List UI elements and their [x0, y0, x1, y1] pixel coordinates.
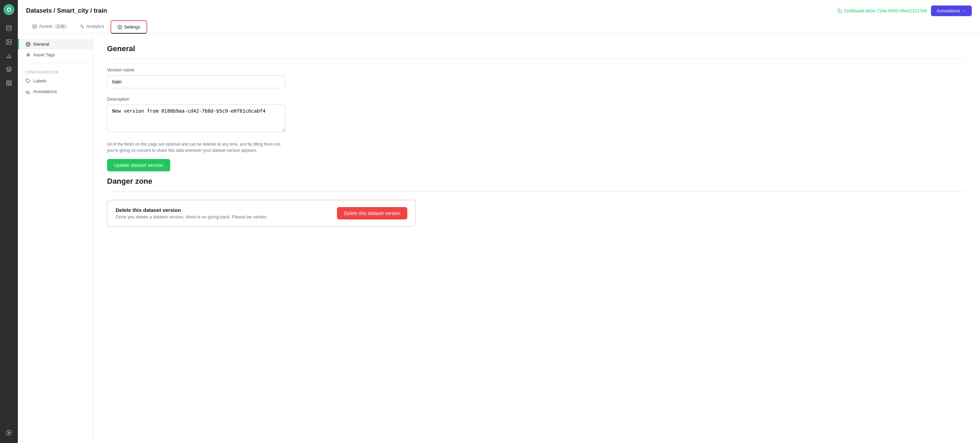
logo-icon	[6, 6, 12, 13]
sub-sidebar-item-labels[interactable]: Labels	[18, 76, 93, 86]
assets-icon	[32, 24, 37, 29]
chart-bar-icon	[6, 53, 12, 59]
description-label: Description	[107, 97, 966, 102]
svg-rect-16	[839, 10, 842, 13]
svg-line-24	[29, 53, 29, 57]
general-divider	[107, 59, 966, 59]
sidebar-item-layers[interactable]	[3, 63, 15, 76]
annotation-icon	[26, 89, 30, 94]
form-hint: All of the fields on this page are optio…	[107, 141, 285, 153]
tab-assets[interactable]: Assets 2.7K	[26, 20, 73, 33]
sidebar-item-datasets[interactable]	[3, 22, 15, 34]
svg-marker-9	[6, 67, 12, 70]
svg-rect-13	[10, 84, 11, 86]
danger-card: Delete this dataset version Once you del…	[107, 200, 416, 227]
delete-dataset-version-button[interactable]: Delete this dataset version	[337, 207, 407, 220]
sub-sidebar-item-annotations[interactable]: Annotations	[18, 86, 93, 97]
grid-icon	[6, 80, 12, 86]
danger-card-title: Delete this dataset version	[116, 207, 268, 213]
danger-card-text: Delete this dataset version Once you del…	[116, 207, 268, 220]
header: Datasets / Smart_city / train 0188baa8-d…	[18, 0, 980, 33]
play-circle-icon	[6, 430, 12, 436]
logo[interactable]	[3, 4, 14, 15]
sub-sidebar-item-asset-tags[interactable]: Asset Tags	[18, 49, 93, 60]
sidebar-item-images[interactable]	[3, 36, 15, 48]
danger-zone-title: Danger zone	[107, 177, 966, 186]
svg-point-1	[8, 9, 10, 11]
sidebar-item-run[interactable]	[3, 427, 15, 439]
header-top: Datasets / Smart_city / train 0188baa8-d…	[26, 5, 972, 16]
svg-point-4	[8, 40, 8, 41]
copy-icon	[837, 9, 842, 13]
version-name-group: Version name	[107, 67, 966, 88]
chevron-down-icon	[962, 9, 966, 13]
label-icon	[26, 79, 30, 83]
annotations-button[interactable]: Annotations	[931, 5, 972, 16]
svg-point-26	[27, 91, 29, 92]
svg-point-2	[6, 26, 11, 27]
sidebar	[0, 0, 18, 443]
sidebar-item-analytics[interactable]	[3, 49, 15, 62]
general-settings-icon	[26, 42, 30, 47]
main-panel: General Version name Description New ver…	[93, 33, 980, 443]
image-icon	[6, 39, 12, 45]
tabs: Assets 2.7K Analytics Settings	[26, 20, 972, 33]
content: General Asset Tags Configuration Labels	[18, 33, 980, 443]
version-name-input[interactable]	[107, 75, 285, 88]
version-name-label: Version name	[107, 67, 966, 72]
svg-point-18	[33, 25, 34, 26]
sub-sidebar-item-general[interactable]: General	[18, 39, 93, 49]
danger-card-description: Once you delete a dataset version, there…	[116, 214, 268, 220]
svg-rect-11	[10, 81, 11, 83]
database-icon	[6, 25, 12, 31]
analytics-icon	[80, 24, 84, 29]
svg-marker-15	[9, 432, 10, 434]
svg-rect-10	[6, 81, 8, 83]
svg-line-23	[27, 53, 28, 57]
sub-sidebar-section-configuration: Configuration	[18, 66, 93, 76]
description-textarea[interactable]: New version from 0188b9aa-cd42-7b8d-b5c9…	[107, 104, 285, 132]
layers-icon	[6, 66, 12, 72]
sidebar-divider	[25, 63, 86, 63]
sub-sidebar: General Asset Tags Configuration Labels	[18, 33, 93, 443]
update-dataset-button[interactable]: Update dataset version	[107, 159, 170, 171]
tab-settings[interactable]: Settings	[110, 20, 147, 33]
hash-icon	[26, 53, 30, 57]
main-area: Datasets / Smart_city / train 0188baa8-d…	[18, 0, 980, 443]
sidebar-item-plugins[interactable]	[3, 77, 15, 89]
description-group: Description New version from 0188b9aa-cd…	[107, 97, 966, 133]
dataset-id: 0188baa8-dd0e-724e-8550-5ffe023217b6	[837, 8, 927, 13]
tab-analytics[interactable]: Analytics	[73, 20, 110, 33]
general-title: General	[107, 44, 966, 53]
header-right: 0188baa8-dd0e-724e-8550-5ffe023217b6 Ann…	[837, 5, 972, 16]
settings-icon	[117, 25, 122, 30]
breadcrumb: Datasets / Smart_city / train	[26, 7, 107, 14]
svg-point-20	[27, 44, 29, 45]
svg-rect-12	[6, 84, 8, 86]
svg-point-19	[119, 26, 121, 28]
